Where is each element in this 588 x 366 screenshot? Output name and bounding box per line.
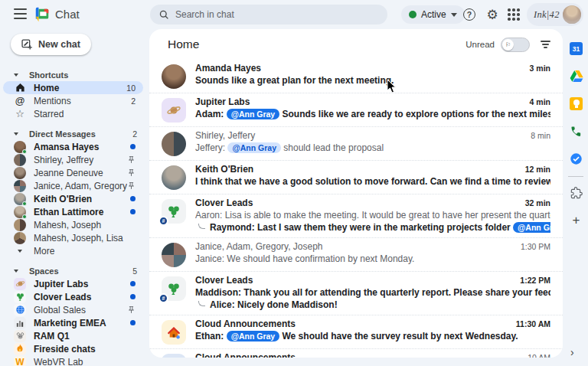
sidebar-item-amansa-hayes[interactable]: Amansa Hayes xyxy=(3,140,143,153)
conversation-name: Shirley, Jeffery xyxy=(195,130,523,141)
voice-call-icon[interactable] xyxy=(569,124,583,139)
sidebar-item-marketing-emea[interactable]: Marketing EMEA xyxy=(3,316,143,329)
addons-puzzle-icon[interactable] xyxy=(569,185,583,200)
train-icon xyxy=(162,354,186,358)
status-selector[interactable]: Active xyxy=(401,5,465,24)
sidebar-item-fireside-chats[interactable]: Fireside chats xyxy=(3,342,143,355)
apps-launcher-button[interactable] xyxy=(507,8,521,21)
sidebar-item-mahesh-joseph[interactable]: Mahesh, Joseph xyxy=(3,218,143,231)
avatar xyxy=(14,193,26,205)
sidebar-item-starred[interactable]: ☆Starred xyxy=(3,107,143,120)
settings-button[interactable]: ⚙ xyxy=(485,8,499,21)
row-top-line: Keith O'Brien12 min xyxy=(195,164,550,175)
unread-toggle[interactable]: ⚐ xyxy=(501,38,530,52)
section-header-shortcuts[interactable]: Shortcuts xyxy=(0,68,149,81)
calendar-icon[interactable]: 31 xyxy=(569,41,583,56)
sidebar-item-webvr-lab[interactable]: WWebVR Lab xyxy=(3,355,143,366)
chat-list-row[interactable]: Janice, Adam, Gregory, Joseph1:30 PMJani… xyxy=(149,237,563,271)
message-text: Sounds like we are ready to explore opti… xyxy=(279,109,550,119)
help-button[interactable]: ? xyxy=(462,8,476,21)
chat-list-row[interactable]: #Clover Leads32 minAaron: Lisa is able t… xyxy=(149,194,563,237)
sidebar-item-more[interactable]: More xyxy=(3,244,143,257)
sidebar-item-ram-q1[interactable]: RAM Q1 xyxy=(3,329,143,342)
at-icon: @ xyxy=(14,95,26,107)
sidebar-item-label: Mahesh, Joseph xyxy=(34,220,136,230)
account-area[interactable]: Ink|42 xyxy=(527,3,583,26)
profile-avatar[interactable] xyxy=(563,5,581,24)
timestamp: 11:30 AM xyxy=(516,319,550,328)
section-header-spaces[interactable]: Spaces5 xyxy=(0,264,149,277)
mention-chip[interactable]: @Ann Gray xyxy=(227,109,280,119)
sidebar-item-shirley-jeffrey[interactable]: Shirley, Jeffrey xyxy=(3,153,143,166)
section-header-direct-messages[interactable]: Direct Messages2 xyxy=(0,127,149,140)
new-chat-button[interactable]: New chat xyxy=(11,34,91,55)
section-label: Shortcuts xyxy=(29,70,149,80)
chat-list-row[interactable]: Cloud Announcements11:30 AMEthan: @Ann G… xyxy=(149,315,563,348)
collapse-caret-icon xyxy=(14,74,18,77)
unread-dot xyxy=(130,209,136,214)
message-text: should lead the proposal xyxy=(281,142,384,153)
unread-count: 10 xyxy=(126,83,136,93)
sidebar-item-jupiter-labs[interactable]: Jupiter Labs xyxy=(3,277,143,290)
filter-icon[interactable] xyxy=(541,41,550,48)
help-icon: ? xyxy=(463,8,475,21)
chat-list-row[interactable]: Shirley, Jeffery8 minJeffery: @Ann Gray … xyxy=(149,126,563,160)
timestamp: 1:22 PM xyxy=(520,276,550,285)
search-input[interactable]: Search in chat xyxy=(150,5,387,25)
status-label: Active xyxy=(421,9,446,20)
letterW-icon: W xyxy=(14,356,26,366)
conversation-avatar xyxy=(162,165,186,190)
top-app-bar: Chat Search in chat Active ? ⚙ Ink|42 xyxy=(0,0,588,29)
message-preview: Sounds like a great plan for the next me… xyxy=(195,74,550,87)
row-top-line: Cloud Announcements10 AM xyxy=(195,352,550,358)
globe-icon xyxy=(14,304,26,316)
conversation-avatar xyxy=(162,98,186,123)
sidebar-item-jeanne-deneuve[interactable]: Jeanne Deneuve xyxy=(3,166,143,179)
pin-icon xyxy=(127,153,136,167)
drive-icon[interactable] xyxy=(569,69,583,83)
chat-list-row[interactable]: Jupiter Labs4 minAdam: @Ann Gray Sounds … xyxy=(149,93,563,126)
avatar xyxy=(162,243,186,267)
conversation-name: Jupiter Labs xyxy=(195,96,522,107)
conversation-avatar xyxy=(162,320,186,345)
panel-header: Home Unread ⚐ xyxy=(149,29,563,60)
workspace-side-rail: 31 + › xyxy=(564,29,588,366)
chat-list-row[interactable]: Keith O'Brien12 minI think that we have … xyxy=(149,160,563,194)
mention-chip[interactable]: @Ann Gray xyxy=(513,222,550,233)
thread-badge: # xyxy=(158,293,168,303)
sidebar-item-global-sales[interactable]: Global Sales xyxy=(3,303,143,316)
avatar xyxy=(14,180,26,192)
mention-chip[interactable]: @Ann Gray xyxy=(227,142,281,153)
chat-list-row[interactable]: #Clover Leads1:22 PMMaddison: Thank you … xyxy=(149,271,563,315)
conversation-avatar xyxy=(162,132,186,156)
plus-icon[interactable]: + xyxy=(569,213,583,227)
keep-icon[interactable] xyxy=(569,96,583,111)
row-body: Shirley, Jeffery8 minJeffery: @Ann Gray … xyxy=(195,130,550,156)
row-top-line: Jupiter Labs4 min xyxy=(195,96,550,108)
expand-panel-chevron[interactable]: › xyxy=(570,346,574,358)
row-top-line: Clover Leads1:22 PM xyxy=(195,275,550,286)
sidebar-item-label: Keith O'Brien xyxy=(34,194,130,204)
house-icon xyxy=(162,320,186,345)
avatar xyxy=(14,141,26,153)
menu-icon[interactable] xyxy=(14,8,27,19)
sidebar-item-keith-o-brien[interactable]: Keith O'Brien xyxy=(3,192,143,205)
chat-list-row[interactable]: Amanda Hayes3 minSounds like a great pla… xyxy=(149,60,563,93)
chat-list-row[interactable]: #Cloud Announcements10 AMJeffrey: Alice:… xyxy=(149,348,563,358)
sidebar-item-janice-adam-gregory-joseph[interactable]: Janice, Adam, Gregory, Joseph xyxy=(3,179,143,192)
message-text: Ethan: xyxy=(195,331,227,341)
sidebar-item-mentions[interactable]: @Mentions2 xyxy=(3,94,143,107)
message-text: Aaron: Lisa is able to make the meeting.… xyxy=(195,210,550,221)
sidebar-item-label: Jupiter Labs xyxy=(34,279,130,289)
item-badge xyxy=(127,166,136,180)
unread-dot xyxy=(130,144,136,149)
tasks-icon[interactable] xyxy=(569,152,583,166)
sidebar-item-mahesh-joseph-lisa[interactable]: Mahesh, Joseph, Lisa xyxy=(3,231,143,244)
sidebar-item-home[interactable]: Home10 xyxy=(3,81,143,94)
mention-chip[interactable]: @Ann Gray xyxy=(227,331,280,341)
sidebar-item-ethan-lattimore[interactable]: Ethan Lattimore xyxy=(3,205,143,218)
conversation-name: Cloud Announcements xyxy=(195,319,508,329)
avatar xyxy=(14,232,26,244)
sidebar-item-clover-leads[interactable]: Clover Leads xyxy=(3,290,143,303)
message-text: We should have the survey result by next… xyxy=(279,331,518,341)
